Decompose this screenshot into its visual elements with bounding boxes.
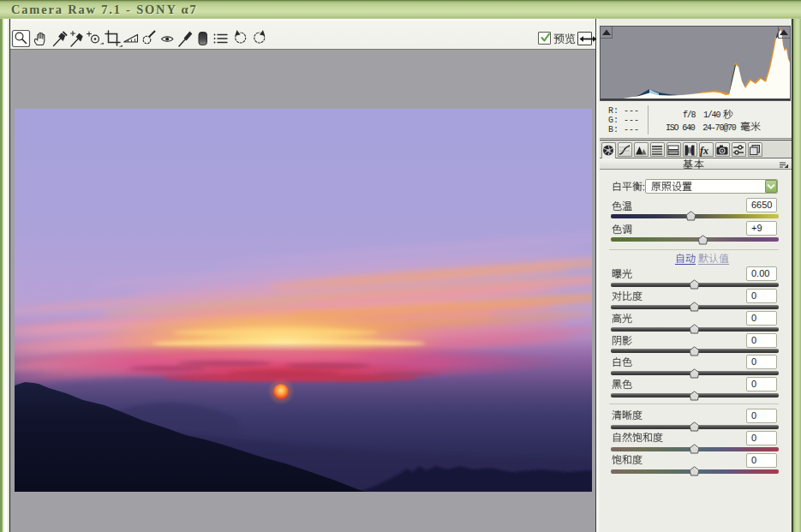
svg-text:fx: fx [700,145,708,157]
